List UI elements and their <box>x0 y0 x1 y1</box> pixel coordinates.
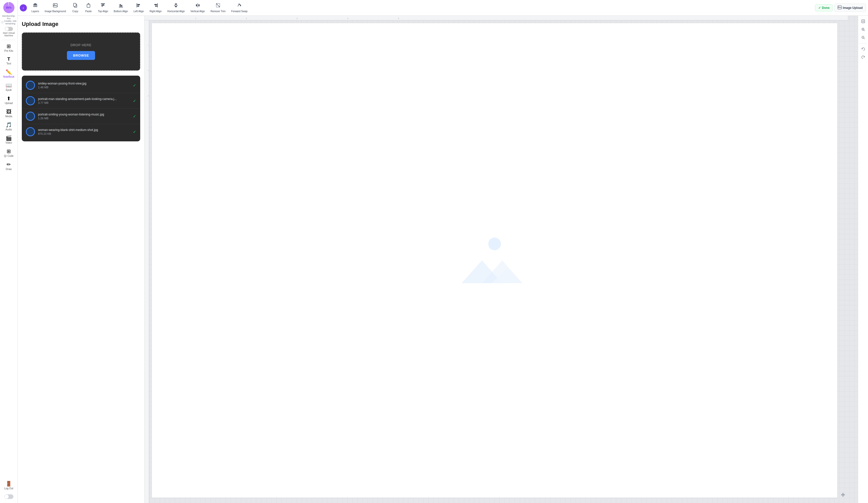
sidebar-item-qrcode[interactable]: ⊞ Qr Code <box>1 147 16 159</box>
paste-icon <box>86 3 91 9</box>
svg-rect-8 <box>87 4 90 7</box>
file-item-3[interactable]: woman-wearing-blank-shirt-medium-shot.jp… <box>22 124 140 139</box>
content-area: Upload Image DROP HERE BROWSE smiley-wom… <box>18 16 868 503</box>
video-label: Video <box>6 141 12 144</box>
pre-kits-icon: ⊞ <box>7 44 11 49</box>
sidebar-item-text[interactable]: T Text <box>1 55 16 67</box>
image-upload-button[interactable]: Image Upload <box>834 3 866 12</box>
left-sidebar: 98% Membership: Pro ⓘ Credits: 246 remai… <box>0 0 18 503</box>
toolbar-item-paste[interactable]: Paste <box>82 1 95 14</box>
undo-button[interactable] <box>860 46 867 52</box>
file-size-0: 1.48 MB <box>38 86 130 89</box>
toolbar-item-vertical-align[interactable]: Vertical Align <box>188 1 207 14</box>
drop-zone[interactable]: DROP HERE BROWSE <box>22 32 140 71</box>
sidebar-item-audio[interactable]: 🎵 Audio <box>1 120 16 133</box>
copy-icon <box>73 3 78 9</box>
bottom-align-icon <box>118 3 123 9</box>
sidebar-item-logout[interactable]: 🚪 Log Out <box>1 479 16 492</box>
vm-toggle-area[interactable]: Start Virtual Machine <box>0 26 18 38</box>
svg-text:3: 3 <box>297 18 298 19</box>
bottom-toggle[interactable] <box>2 492 16 501</box>
file-name-0: smiley-woman-posing-front-view.jpg <box>38 82 130 85</box>
file-check-2: ✓ <box>133 114 136 119</box>
svg-rect-16 <box>137 4 140 5</box>
text-icon: T <box>7 57 10 61</box>
toolbar-item-left-align[interactable]: Left Align <box>131 1 146 14</box>
toolbar-item-copy[interactable]: Copy <box>69 1 82 14</box>
svg-rect-14 <box>121 5 122 7</box>
toolbar-item-remove-trim[interactable]: Remove Trim <box>208 1 228 14</box>
zoom-out-button[interactable] <box>860 34 867 41</box>
logout-icon: 🚪 <box>6 481 12 486</box>
copy-label: Copy <box>72 10 78 13</box>
svg-rect-19 <box>154 4 157 5</box>
file-name-3: woman-wearing-blank-shirt-medium-shot.jp… <box>38 128 130 132</box>
svg-rect-10 <box>102 4 103 7</box>
svg-point-44 <box>863 21 864 22</box>
upload-label: Upload <box>5 102 13 104</box>
svg-rect-20 <box>155 6 157 7</box>
sidebar-item-pre-kits[interactable]: ⊞ Pre Kits <box>1 42 16 54</box>
canvas-placeholder <box>462 238 528 283</box>
toolbar-item-top-align[interactable]: Top Align <box>95 1 111 14</box>
file-icon-3 <box>26 127 35 136</box>
logout-label: Log Out <box>4 487 13 490</box>
bottom-align-label: Bottom Align <box>114 10 128 13</box>
file-size-1: 3.77 MB <box>38 101 130 104</box>
drag-move-icon[interactable]: ✛ <box>841 492 845 498</box>
svg-rect-22 <box>175 3 177 4</box>
horizontal-align-icon <box>173 3 178 9</box>
done-button[interactable]: ✓ Done <box>815 4 833 11</box>
svg-text:4: 4 <box>347 18 348 19</box>
canvas-area[interactable]: 123 45 1 2 3 <box>145 16 858 503</box>
layers-icon <box>33 3 38 9</box>
toolbar-item-forward-swap[interactable]: Forward Swap <box>229 1 250 14</box>
svg-line-28 <box>216 3 220 7</box>
membership-text: Membership: Pro ⓘ Credits: 246 remaining <box>0 15 18 25</box>
sidebar-item-notebook[interactable]: ✏️ NoteBook <box>1 68 16 80</box>
sidebar-item-video[interactable]: 🎬 Video <box>1 133 16 146</box>
notebook-label: NoteBook <box>3 76 14 78</box>
sidebar-item-draw[interactable]: ✏ Draw <box>1 160 16 173</box>
file-list: smiley-woman-posing-front-view.jpg 1.48 … <box>22 76 140 141</box>
toolbar-collapse-button[interactable]: ‹ <box>20 4 27 11</box>
file-item-1[interactable]: portrait-man-standing-amusement-park-loo… <box>22 93 140 109</box>
left-align-label: Left Align <box>134 10 144 13</box>
svg-text:5: 5 <box>398 18 399 19</box>
svg-rect-26 <box>198 4 199 6</box>
svg-text:2: 2 <box>246 18 247 19</box>
vertical-align-label: Vertical Align <box>190 10 205 13</box>
svg-rect-25 <box>196 4 197 6</box>
file-info-2: portrait-smiling-young-woman-listening-m… <box>38 113 130 120</box>
file-item-0[interactable]: smiley-woman-posing-front-view.jpg 1.48 … <box>22 78 140 93</box>
toolbar-item-image-background[interactable]: Image Background <box>42 1 69 14</box>
sidebar-item-upload[interactable]: ⬆ Upload <box>1 94 16 107</box>
canvas-document[interactable] <box>152 23 838 498</box>
svg-text:3: 3 <box>148 95 149 97</box>
image-background-label: Image Background <box>45 10 66 13</box>
placeholder-circle <box>488 238 501 250</box>
redo-button[interactable] <box>860 53 867 61</box>
toolbar-item-layers[interactable]: Layers <box>29 1 42 14</box>
vm-toggle[interactable] <box>5 27 13 31</box>
toolbar-item-horizontal-align[interactable]: Horizontal Align <box>165 1 187 14</box>
remove-trim-icon <box>216 3 220 9</box>
browse-button[interactable]: BROWSE <box>67 51 95 60</box>
audio-label: Audio <box>6 128 12 131</box>
media-label: Media <box>5 115 12 118</box>
zoom-in-button[interactable] <box>860 26 867 33</box>
sidebar-item-media[interactable]: 🖼 Media <box>1 107 16 120</box>
toolbar-item-bottom-align[interactable]: Bottom Align <box>111 1 131 14</box>
top-toolbar: ‹ Layers Image Background Copy Paste <box>18 0 868 16</box>
file-check-1: ✓ <box>133 99 136 103</box>
credits-badge: 98% <box>3 2 14 13</box>
right-sidebar <box>858 16 868 503</box>
top-align-label: Top Align <box>98 10 108 13</box>
audio-icon: 🎵 <box>6 122 12 128</box>
file-item-2[interactable]: portrait-smiling-young-woman-listening-m… <box>22 109 140 124</box>
done-label: Done <box>822 6 829 10</box>
toolbar-item-right-align[interactable]: Right Align <box>147 1 164 14</box>
sidebar-item-epub[interactable]: 📖 Epub <box>1 81 16 93</box>
epub-label: Epub <box>6 89 12 91</box>
zoom-fit-button[interactable] <box>860 18 867 25</box>
